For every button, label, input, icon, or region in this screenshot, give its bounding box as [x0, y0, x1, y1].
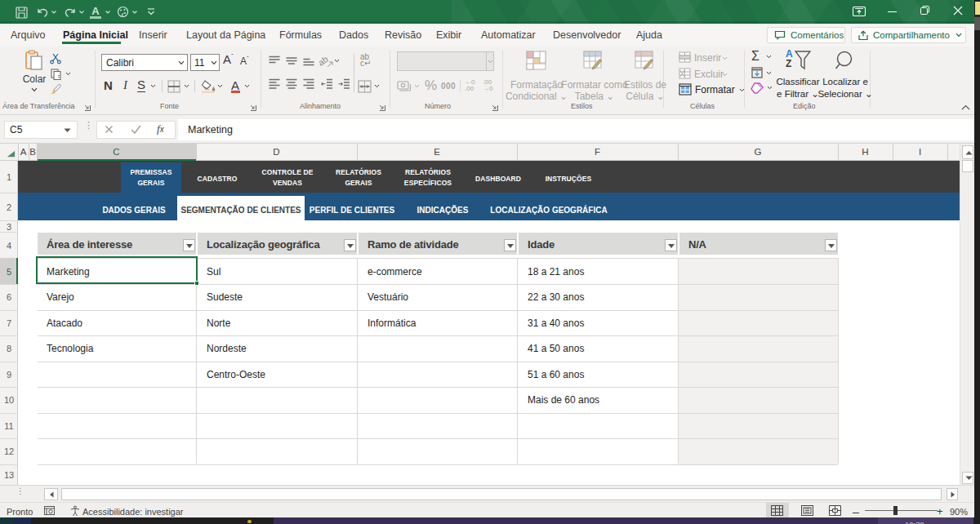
svg-text:ab: ab	[319, 55, 330, 67]
